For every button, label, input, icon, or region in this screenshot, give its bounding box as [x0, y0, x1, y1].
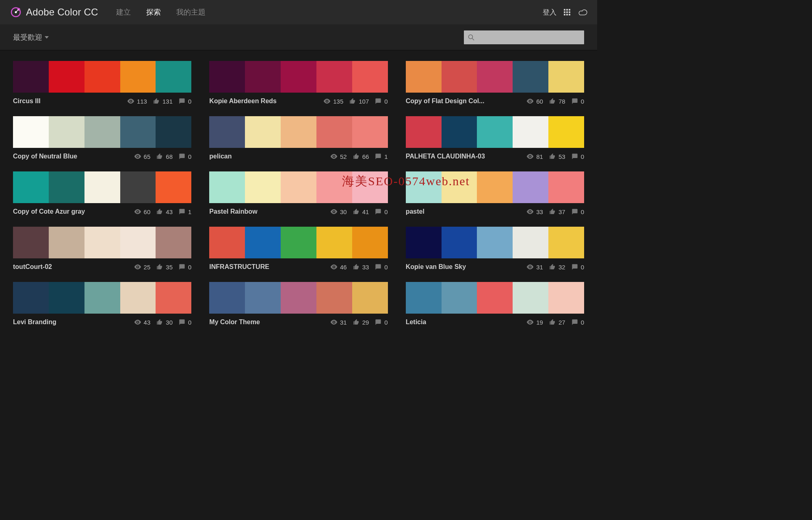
swatch[interactable]	[352, 227, 388, 258]
swatch[interactable]	[245, 171, 281, 203]
swatch[interactable]	[156, 282, 191, 314]
swatch[interactable]	[406, 282, 442, 314]
swatch[interactable]	[281, 282, 316, 314]
swatch[interactable]	[209, 227, 245, 258]
palette-swatches[interactable]	[406, 227, 584, 258]
palette-swatches[interactable]	[13, 282, 191, 314]
swatch[interactable]	[120, 171, 156, 203]
palette-swatches[interactable]	[406, 116, 584, 148]
swatch[interactable]	[84, 61, 120, 93]
theme-name[interactable]: Leticia	[406, 318, 427, 326]
swatch[interactable]	[156, 61, 191, 93]
swatch[interactable]	[316, 282, 352, 314]
swatch[interactable]	[245, 116, 281, 148]
swatch[interactable]	[245, 61, 281, 93]
palette-swatches[interactable]	[13, 227, 191, 258]
swatch[interactable]	[84, 282, 120, 314]
swatch[interactable]	[548, 282, 584, 314]
swatch[interactable]	[477, 282, 513, 314]
swatch[interactable]	[548, 61, 584, 93]
theme-name[interactable]: Pastel Rainbow	[209, 208, 257, 215]
theme-name[interactable]: toutCourt-02	[13, 263, 52, 271]
swatch[interactable]	[49, 116, 84, 148]
palette-swatches[interactable]	[209, 61, 388, 93]
swatch[interactable]	[442, 171, 477, 203]
creative-cloud-icon[interactable]	[578, 7, 587, 17]
swatch[interactable]	[477, 116, 513, 148]
swatch[interactable]	[477, 227, 513, 258]
palette-swatches[interactable]	[209, 227, 388, 258]
swatch[interactable]	[513, 282, 548, 314]
swatch[interactable]	[281, 116, 316, 148]
nav-my-themes[interactable]: 我的主題	[176, 7, 206, 17]
logo[interactable]: Adobe Color CC	[10, 6, 98, 18]
swatch[interactable]	[316, 116, 352, 148]
search-box[interactable]	[464, 30, 584, 44]
swatch[interactable]	[406, 61, 442, 93]
palette-swatches[interactable]	[13, 61, 191, 93]
swatch[interactable]	[209, 61, 245, 93]
swatch[interactable]	[49, 227, 84, 258]
swatch[interactable]	[84, 116, 120, 148]
swatch[interactable]	[548, 116, 584, 148]
palette-swatches[interactable]	[406, 171, 584, 203]
swatch[interactable]	[13, 227, 49, 258]
swatch[interactable]	[406, 227, 442, 258]
nav-explore[interactable]: 探索	[146, 7, 161, 17]
palette-swatches[interactable]	[13, 171, 191, 203]
swatch[interactable]	[13, 116, 49, 148]
nav-create[interactable]: 建立	[116, 7, 131, 17]
swatch[interactable]	[316, 61, 352, 93]
swatch[interactable]	[245, 282, 281, 314]
swatch[interactable]	[49, 171, 84, 203]
swatch[interactable]	[477, 61, 513, 93]
swatch[interactable]	[442, 61, 477, 93]
swatch[interactable]	[156, 227, 191, 258]
swatch[interactable]	[84, 171, 120, 203]
swatch[interactable]	[316, 227, 352, 258]
swatch[interactable]	[352, 282, 388, 314]
theme-name[interactable]: Copy of Cote Azur gray	[13, 208, 85, 215]
swatch[interactable]	[352, 171, 388, 203]
swatch[interactable]	[49, 61, 84, 93]
swatch[interactable]	[120, 116, 156, 148]
theme-name[interactable]: PALHETA CLAUDINHA-03	[406, 153, 485, 160]
swatch[interactable]	[209, 116, 245, 148]
swatch[interactable]	[13, 171, 49, 203]
swatch[interactable]	[548, 227, 584, 258]
swatch[interactable]	[156, 171, 191, 203]
swatch[interactable]	[442, 227, 477, 258]
palette-swatches[interactable]	[209, 116, 388, 148]
theme-name[interactable]: Kopie van Blue Sky	[406, 263, 466, 271]
theme-name[interactable]: My Color Theme	[209, 318, 260, 326]
theme-name[interactable]: Levi Branding	[13, 318, 56, 326]
theme-name[interactable]: Copy of Flat Design Col...	[406, 98, 485, 105]
swatch[interactable]	[156, 116, 191, 148]
swatch[interactable]	[245, 227, 281, 258]
swatch[interactable]	[442, 116, 477, 148]
swatch[interactable]	[49, 282, 84, 314]
theme-name[interactable]: Copy of Neutral Blue	[13, 153, 77, 160]
swatch[interactable]	[13, 61, 49, 93]
swatch[interactable]	[513, 171, 548, 203]
swatch[interactable]	[120, 282, 156, 314]
signin-link[interactable]: 登入	[543, 8, 556, 17]
swatch[interactable]	[352, 61, 388, 93]
apps-icon[interactable]	[564, 9, 570, 15]
swatch[interactable]	[281, 227, 316, 258]
palette-swatches[interactable]	[406, 282, 584, 314]
swatch[interactable]	[442, 282, 477, 314]
palette-swatches[interactable]	[209, 282, 388, 314]
swatch[interactable]	[281, 171, 316, 203]
theme-name[interactable]: Circus III	[13, 98, 41, 105]
swatch[interactable]	[13, 282, 49, 314]
theme-name[interactable]: Kopie Aberdeen Reds	[209, 98, 277, 105]
swatch[interactable]	[84, 227, 120, 258]
search-input[interactable]	[478, 34, 580, 41]
swatch[interactable]	[120, 227, 156, 258]
theme-name[interactable]: pastel	[406, 208, 424, 215]
swatch[interactable]	[406, 171, 442, 203]
swatch[interactable]	[120, 61, 156, 93]
swatch[interactable]	[406, 116, 442, 148]
palette-swatches[interactable]	[209, 171, 388, 203]
